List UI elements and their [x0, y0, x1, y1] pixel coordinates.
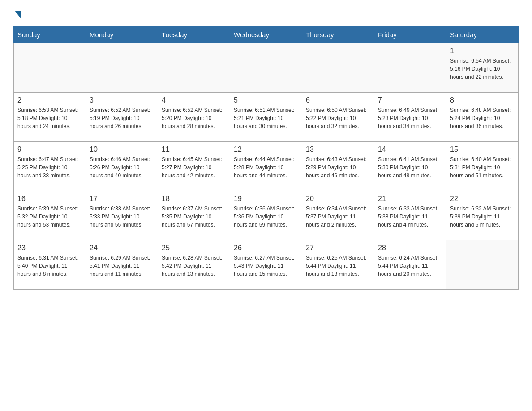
day-info: Sunrise: 6:52 AM Sunset: 5:19 PM Dayligh… [90, 106, 154, 130]
day-number: 10 [90, 146, 154, 154]
day-info: Sunrise: 6:44 AM Sunset: 5:28 PM Dayligh… [234, 155, 298, 180]
logo [13, 9, 21, 17]
header-friday: Friday [374, 26, 446, 43]
calendar-table: SundayMondayTuesdayWednesdayThursdayFrid… [13, 26, 519, 290]
day-info: Sunrise: 6:43 AM Sunset: 5:29 PM Dayligh… [306, 155, 370, 180]
day-number: 27 [306, 244, 370, 252]
day-number: 22 [450, 195, 515, 203]
calendar-cell: 1Sunrise: 6:54 AM Sunset: 5:16 PM Daylig… [446, 43, 519, 93]
day-number: 18 [162, 195, 226, 203]
day-info: Sunrise: 6:48 AM Sunset: 5:24 PM Dayligh… [450, 106, 515, 130]
day-number: 21 [378, 195, 442, 203]
calendar-cell: 11Sunrise: 6:45 AM Sunset: 5:27 PM Dayli… [158, 142, 230, 191]
calendar-cell: 13Sunrise: 6:43 AM Sunset: 5:29 PM Dayli… [302, 142, 374, 191]
day-number: 13 [306, 146, 370, 154]
calendar-cell: 4Sunrise: 6:52 AM Sunset: 5:20 PM Daylig… [158, 93, 230, 142]
day-info: Sunrise: 6:32 AM Sunset: 5:39 PM Dayligh… [450, 205, 515, 229]
day-info: Sunrise: 6:52 AM Sunset: 5:20 PM Dayligh… [162, 106, 226, 130]
calendar-cell [86, 43, 158, 93]
day-number: 7 [378, 96, 442, 104]
day-info: Sunrise: 6:41 AM Sunset: 5:30 PM Dayligh… [378, 155, 442, 180]
day-number: 20 [306, 195, 370, 203]
day-number: 5 [234, 96, 298, 104]
day-number: 17 [90, 195, 154, 203]
calendar-cell: 12Sunrise: 6:44 AM Sunset: 5:28 PM Dayli… [230, 142, 302, 191]
calendar-cell: 22Sunrise: 6:32 AM Sunset: 5:39 PM Dayli… [446, 191, 519, 240]
week-row-1: 1Sunrise: 6:54 AM Sunset: 5:16 PM Daylig… [14, 43, 519, 93]
day-number: 2 [17, 96, 82, 104]
calendar-cell: 3Sunrise: 6:52 AM Sunset: 5:19 PM Daylig… [86, 93, 158, 142]
day-info: Sunrise: 6:39 AM Sunset: 5:32 PM Dayligh… [17, 205, 82, 229]
header-sunday: Sunday [14, 26, 86, 43]
day-number: 14 [378, 146, 442, 154]
calendar-cell: 28Sunrise: 6:24 AM Sunset: 5:44 PM Dayli… [374, 240, 446, 290]
day-number: 1 [450, 47, 515, 55]
day-number: 4 [162, 96, 226, 104]
day-headers-row: SundayMondayTuesdayWednesdayThursdayFrid… [14, 26, 519, 43]
header-monday: Monday [86, 26, 158, 43]
calendar-cell: 25Sunrise: 6:28 AM Sunset: 5:42 PM Dayli… [158, 240, 230, 290]
day-number: 3 [90, 96, 154, 104]
day-info: Sunrise: 6:29 AM Sunset: 5:41 PM Dayligh… [90, 254, 154, 278]
day-info: Sunrise: 6:25 AM Sunset: 5:44 PM Dayligh… [306, 254, 370, 278]
calendar-cell: 23Sunrise: 6:31 AM Sunset: 5:40 PM Dayli… [14, 240, 86, 290]
calendar-cell: 7Sunrise: 6:49 AM Sunset: 5:23 PM Daylig… [374, 93, 446, 142]
day-info: Sunrise: 6:31 AM Sunset: 5:40 PM Dayligh… [17, 254, 82, 278]
day-info: Sunrise: 6:36 AM Sunset: 5:36 PM Dayligh… [234, 205, 298, 229]
day-number: 9 [17, 146, 82, 154]
calendar-cell: 10Sunrise: 6:46 AM Sunset: 5:26 PM Dayli… [86, 142, 158, 191]
calendar-cell: 16Sunrise: 6:39 AM Sunset: 5:32 PM Dayli… [14, 191, 86, 240]
day-number: 28 [378, 244, 442, 252]
header-saturday: Saturday [446, 26, 519, 43]
calendar-cell: 21Sunrise: 6:33 AM Sunset: 5:38 PM Dayli… [374, 191, 446, 240]
day-info: Sunrise: 6:53 AM Sunset: 5:18 PM Dayligh… [17, 106, 82, 130]
calendar-cell: 18Sunrise: 6:37 AM Sunset: 5:35 PM Dayli… [158, 191, 230, 240]
day-number: 6 [306, 96, 370, 104]
day-number: 15 [450, 146, 515, 154]
day-number: 11 [162, 146, 226, 154]
calendar-cell [446, 240, 519, 290]
day-number: 24 [90, 244, 154, 252]
calendar-cell: 27Sunrise: 6:25 AM Sunset: 5:44 PM Dayli… [302, 240, 374, 290]
calendar-cell: 14Sunrise: 6:41 AM Sunset: 5:30 PM Dayli… [374, 142, 446, 191]
day-number: 23 [17, 244, 82, 252]
day-info: Sunrise: 6:47 AM Sunset: 5:25 PM Dayligh… [17, 155, 82, 180]
day-number: 25 [162, 244, 226, 252]
calendar-header: SundayMondayTuesdayWednesdayThursdayFrid… [14, 26, 519, 43]
week-row-3: 9Sunrise: 6:47 AM Sunset: 5:25 PM Daylig… [14, 142, 519, 191]
calendar-cell: 17Sunrise: 6:38 AM Sunset: 5:33 PM Dayli… [86, 191, 158, 240]
day-info: Sunrise: 6:34 AM Sunset: 5:37 PM Dayligh… [306, 205, 370, 229]
day-info: Sunrise: 6:33 AM Sunset: 5:38 PM Dayligh… [378, 205, 442, 229]
header-thursday: Thursday [302, 26, 374, 43]
day-info: Sunrise: 6:24 AM Sunset: 5:44 PM Dayligh… [378, 254, 442, 278]
calendar-cell: 19Sunrise: 6:36 AM Sunset: 5:36 PM Dayli… [230, 191, 302, 240]
calendar-cell [14, 43, 86, 93]
day-info: Sunrise: 6:51 AM Sunset: 5:21 PM Dayligh… [234, 106, 298, 130]
calendar-cell [158, 43, 230, 93]
day-info: Sunrise: 6:45 AM Sunset: 5:27 PM Dayligh… [162, 155, 226, 180]
day-number: 12 [234, 146, 298, 154]
day-number: 8 [450, 96, 515, 104]
calendar-cell [230, 43, 302, 93]
calendar-cell: 24Sunrise: 6:29 AM Sunset: 5:41 PM Dayli… [86, 240, 158, 290]
calendar-cell: 8Sunrise: 6:48 AM Sunset: 5:24 PM Daylig… [446, 93, 519, 142]
day-info: Sunrise: 6:54 AM Sunset: 5:16 PM Dayligh… [450, 57, 515, 81]
day-info: Sunrise: 6:46 AM Sunset: 5:26 PM Dayligh… [90, 155, 154, 180]
page-header [13, 9, 519, 17]
calendar-cell: 5Sunrise: 6:51 AM Sunset: 5:21 PM Daylig… [230, 93, 302, 142]
header-wednesday: Wednesday [230, 26, 302, 43]
day-number: 16 [17, 195, 82, 203]
day-info: Sunrise: 6:40 AM Sunset: 5:31 PM Dayligh… [450, 155, 515, 180]
calendar-cell [374, 43, 446, 93]
day-info: Sunrise: 6:38 AM Sunset: 5:33 PM Dayligh… [90, 205, 154, 229]
week-row-4: 16Sunrise: 6:39 AM Sunset: 5:32 PM Dayli… [14, 191, 519, 240]
day-info: Sunrise: 6:28 AM Sunset: 5:42 PM Dayligh… [162, 254, 226, 278]
calendar-cell: 26Sunrise: 6:27 AM Sunset: 5:43 PM Dayli… [230, 240, 302, 290]
calendar-cell: 20Sunrise: 6:34 AM Sunset: 5:37 PM Dayli… [302, 191, 374, 240]
logo-arrow-icon [15, 11, 21, 19]
calendar-cell: 15Sunrise: 6:40 AM Sunset: 5:31 PM Dayli… [446, 142, 519, 191]
day-number: 26 [234, 244, 298, 252]
day-info: Sunrise: 6:50 AM Sunset: 5:22 PM Dayligh… [306, 106, 370, 130]
calendar-cell: 9Sunrise: 6:47 AM Sunset: 5:25 PM Daylig… [14, 142, 86, 191]
week-row-5: 23Sunrise: 6:31 AM Sunset: 5:40 PM Dayli… [14, 240, 519, 290]
